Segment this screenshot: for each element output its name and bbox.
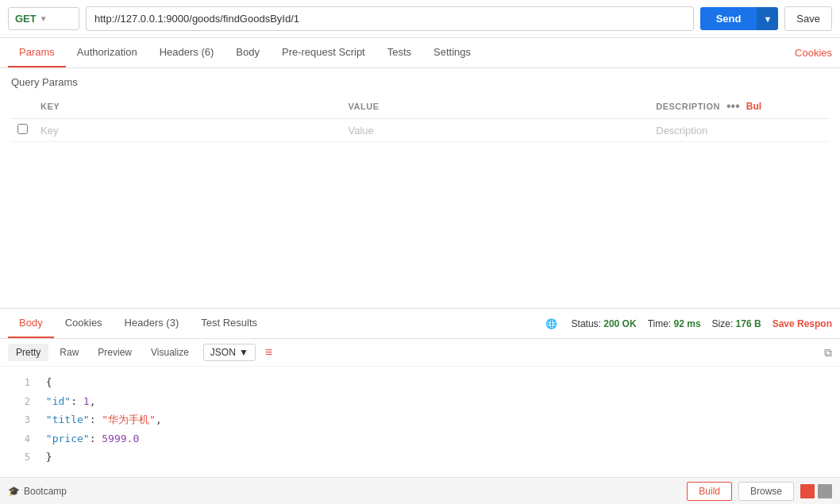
table-row: Key Value Description bbox=[11, 119, 829, 142]
save-response-button[interactable]: Save Respon bbox=[773, 318, 832, 329]
request-tabs: Params Authorization Headers (6) Body Pr… bbox=[0, 38, 840, 68]
response-status-bar: 🌐 Status: 200 OK Time: 92 ms Size: 176 B… bbox=[545, 318, 832, 329]
format-select[interactable]: JSON ▼ bbox=[203, 344, 256, 361]
json-viewer: 1 { 2 "id": 1, 3 "title": "华为手机", 4 "pri… bbox=[0, 367, 840, 473]
tab-params[interactable]: Params bbox=[8, 38, 66, 67]
status-value: 200 OK bbox=[603, 318, 636, 329]
request-area: Params Authorization Headers (6) Body Pr… bbox=[0, 38, 840, 308]
resp-tab-headers[interactable]: Headers (3) bbox=[114, 309, 191, 338]
query-params-section: Query Params KEY VALUE DESCRIPTION ••• bbox=[0, 68, 840, 142]
json-line-3: 3 "title": "华为手机", bbox=[11, 410, 829, 429]
format-bar: Pretty Raw Preview Visualize JSON ▼ ≡ ⧉ bbox=[0, 339, 840, 367]
size-label: Size: 176 B bbox=[712, 318, 761, 329]
key-col-header: KEY bbox=[34, 94, 342, 119]
fmt-tab-pretty[interactable]: Pretty bbox=[8, 344, 48, 361]
size-value: 176 B bbox=[736, 318, 761, 329]
cookies-link[interactable]: Cookies bbox=[795, 47, 832, 59]
tab-tests[interactable]: Tests bbox=[376, 38, 422, 67]
value-cell: Value bbox=[342, 119, 650, 142]
send-btn-group: Send ▼ bbox=[700, 7, 779, 30]
send-dropdown-button[interactable]: ▼ bbox=[757, 7, 778, 30]
time-label: Time: 92 ms bbox=[648, 318, 701, 329]
method-chevron-icon: ▼ bbox=[40, 14, 48, 23]
json-line-4: 4 "price": 5999.0 bbox=[11, 429, 829, 448]
tab-authorization[interactable]: Authorization bbox=[66, 38, 148, 67]
row-checkbox-cell bbox=[11, 119, 34, 142]
tab-settings[interactable]: Settings bbox=[422, 38, 482, 67]
response-tabs: Body Cookies Headers (3) Test Results 🌐 … bbox=[0, 309, 840, 339]
top-bar: GET ▼ Send ▼ Save bbox=[0, 0, 840, 38]
send-button[interactable]: Send bbox=[700, 7, 757, 30]
status-label: Status: 200 OK bbox=[572, 318, 637, 329]
bulk-edit-button[interactable]: Bul bbox=[746, 101, 761, 112]
json-line-5: 5 } bbox=[11, 448, 829, 467]
checkbox-col-header bbox=[11, 94, 34, 119]
format-select-label: JSON bbox=[210, 347, 236, 358]
query-params-title: Query Params bbox=[11, 76, 829, 88]
json-line-1: 1 { bbox=[11, 373, 829, 392]
tab-prerequest[interactable]: Pre-request Script bbox=[271, 38, 376, 67]
key-cell: Key bbox=[34, 119, 342, 142]
resp-tab-body[interactable]: Body bbox=[8, 309, 54, 338]
save-button[interactable]: Save bbox=[784, 6, 832, 31]
resp-tab-cookies[interactable]: Cookies bbox=[54, 309, 114, 338]
resp-tab-test-results[interactable]: Test Results bbox=[190, 309, 268, 338]
method-label: GET bbox=[15, 13, 37, 25]
response-section: Body Cookies Headers (3) Test Results 🌐 … bbox=[0, 309, 840, 473]
tab-body[interactable]: Body bbox=[225, 38, 271, 67]
wrap-icon[interactable]: ≡ bbox=[265, 345, 272, 360]
desc-cell: Description bbox=[649, 119, 829, 142]
fmt-tab-preview[interactable]: Preview bbox=[90, 344, 140, 361]
more-button[interactable]: ••• bbox=[723, 99, 743, 113]
format-chevron-icon: ▼ bbox=[239, 347, 249, 358]
value-col-header: VALUE bbox=[342, 94, 650, 119]
globe-icon: 🌐 bbox=[545, 318, 557, 329]
url-input[interactable] bbox=[86, 6, 694, 31]
json-line-2: 2 "id": 1, bbox=[11, 392, 829, 411]
tab-headers[interactable]: Headers (6) bbox=[148, 38, 225, 67]
fmt-tab-raw[interactable]: Raw bbox=[52, 344, 87, 361]
row-checkbox[interactable] bbox=[17, 124, 28, 134]
method-selector[interactable]: GET ▼ bbox=[8, 7, 79, 30]
params-table: KEY VALUE DESCRIPTION ••• Bul bbox=[11, 94, 829, 142]
time-value: 92 ms bbox=[674, 318, 701, 329]
copy-icon[interactable]: ⧉ bbox=[824, 346, 832, 360]
desc-col-header: DESCRIPTION ••• Bul bbox=[649, 94, 829, 119]
fmt-tab-visualize[interactable]: Visualize bbox=[143, 344, 197, 361]
